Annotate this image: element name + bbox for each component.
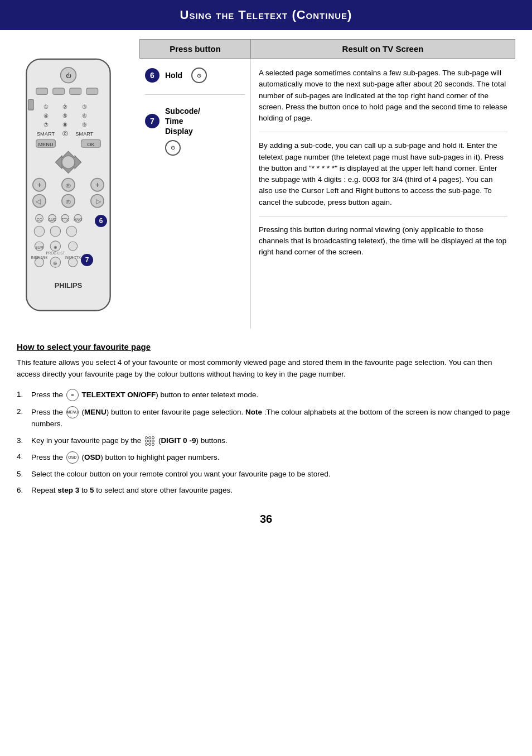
step-4-num: 4. <box>17 451 27 463</box>
result-screen-header: Result on TV Screen <box>251 39 515 59</box>
step-2-content: Press the MENU (MENU) button to enter fa… <box>31 406 515 430</box>
svg-text:CC: CC <box>36 218 42 221</box>
remote-control-area: ⏻ ① ② ③ ④ ⑤ ⑥ ⑦ ⑧ ⑨ <box>17 39 139 329</box>
result-7b-text: Pressing this button during normal viewi… <box>259 224 507 258</box>
digit-grid-icon <box>145 436 154 446</box>
step-4: 4. Press the OSD (OSD) button to highlig… <box>17 451 515 464</box>
step-4-bold: OSD <box>84 453 100 461</box>
svg-text:AUD: AUD <box>48 218 56 221</box>
svg-rect-4 <box>53 88 65 95</box>
svg-text:OK: OK <box>87 142 95 147</box>
page-header: Using the Teletext (Continue) <box>0 0 532 30</box>
press-item-7: 7 Subcode/TimeDisplay ⊙ <box>145 106 245 167</box>
steps-list: 1. Press the ≡ TELEXTEXT ON/OFF) button … <box>17 389 515 496</box>
svg-point-50 <box>50 226 61 237</box>
svg-text:SMART: SMART <box>75 131 94 137</box>
remote-badge-7: 7 <box>81 254 93 266</box>
step-2-num: 2. <box>17 406 27 417</box>
svg-text:②: ② <box>62 104 67 110</box>
step-6-how-num: 6. <box>17 485 27 496</box>
svg-text:+: + <box>37 180 41 189</box>
svg-text:®: ® <box>66 182 71 189</box>
svg-point-51 <box>66 226 77 237</box>
press-result-area: Press button Result on TV Screen 6 Hold … <box>139 39 515 329</box>
press-column: 6 Hold ⊙ 7 Subcode/TimeDisplay ⊙ <box>139 59 251 329</box>
svg-text:TTX: TTX <box>61 218 69 221</box>
svg-rect-7 <box>28 100 33 110</box>
how-to-intro: This feature allows you select 4 of your… <box>17 357 515 381</box>
step-3-bold: DIGIT 0 -9 <box>161 436 196 445</box>
step-2-note-label: Note <box>245 408 262 416</box>
result-item-6: A selected page sometimes contains a few… <box>259 68 507 132</box>
svg-rect-3 <box>36 88 48 95</box>
hold-button-icon: ⊙ <box>191 68 207 83</box>
svg-point-28 <box>62 156 75 168</box>
svg-text:®: ® <box>66 199 71 205</box>
step-1: 1. Press the ≡ TELEXTEXT ON/OFF) button … <box>17 389 515 401</box>
svg-text:③: ③ <box>82 104 87 110</box>
svg-text:INER 2/98: INER 2/98 <box>31 256 48 259</box>
step-6-bold2: 5 <box>90 486 94 494</box>
svg-text:PHILIPS: PHILIPS <box>55 281 82 290</box>
svg-text:+: + <box>95 180 99 189</box>
step-7-circle: 7 <box>145 114 159 128</box>
how-to-title: How to select your favourite page <box>17 342 515 351</box>
svg-text:SMART: SMART <box>37 131 55 137</box>
svg-text:⓪: ⓪ <box>62 131 68 137</box>
step-1-num: 1. <box>17 389 27 400</box>
svg-text:SUR: SUR <box>35 245 43 249</box>
step-3: 3. Key in your favourite page by the (DI… <box>17 435 515 446</box>
svg-text:⑨: ⑨ <box>82 122 87 128</box>
osd-icon: OSD <box>66 451 79 464</box>
column-headers: Press button Result on TV Screen <box>139 39 515 59</box>
step-2-bold: MENU <box>84 408 107 416</box>
content-rows: 6 Hold ⊙ 7 Subcode/TimeDisplay ⊙ <box>139 59 515 329</box>
svg-point-57 <box>69 242 78 251</box>
how-to-section: How to select your favourite page This f… <box>0 342 532 497</box>
press-button-header: Press button <box>139 39 251 59</box>
result-6-text: A selected page sometimes contains a few… <box>259 68 507 124</box>
svg-text:⊕: ⊕ <box>53 261 57 266</box>
step-5: 5. Select the colour button on your remo… <box>17 469 515 480</box>
svg-text:⑤: ⑤ <box>62 113 67 119</box>
svg-text:①: ① <box>43 104 49 110</box>
svg-text:ANG: ANG <box>74 218 82 221</box>
svg-text:◁: ◁ <box>36 198 41 205</box>
result-item-7b: Pressing this button during normal viewi… <box>259 224 507 266</box>
result-7a-text: By adding a sub-code, you can call up a … <box>259 140 507 208</box>
step-1-bold: TELEXTEXT ON/OFF <box>82 391 156 399</box>
svg-text:⏻: ⏻ <box>66 73 71 79</box>
result-item-7a: By adding a sub-code, you can call up a … <box>259 140 507 216</box>
step-5-content: Select the colour button on your remote … <box>31 469 515 480</box>
remote-badge-6: 6 <box>95 215 107 227</box>
header-title: Using the Teletext (Continue) <box>180 8 352 22</box>
step-4-content: Press the OSD (OSD) button to highlight … <box>31 451 515 464</box>
svg-point-49 <box>34 226 45 237</box>
remote-control-svg: ⏻ ① ② ③ ④ ⑤ ⑥ ⑦ ⑧ ⑨ <box>17 56 120 327</box>
step-6-how-content: Repeat step 3 to 5 to select and store o… <box>31 485 515 496</box>
subcode-button-icon: ⊙ <box>165 140 181 156</box>
step-3-num: 3. <box>17 435 27 446</box>
teletext-on-off-icon: ≡ <box>66 389 79 401</box>
svg-text:⑥: ⑥ <box>82 113 87 119</box>
svg-rect-6 <box>86 88 98 95</box>
svg-text:▷: ▷ <box>96 198 101 205</box>
step-1-content: Press the ≡ TELEXTEXT ON/OFF) button to … <box>31 389 515 401</box>
step-5-num: 5. <box>17 469 27 480</box>
svg-rect-5 <box>70 88 81 95</box>
svg-text:INER TTX: INER TTX <box>65 256 81 259</box>
menu-icon: MENU <box>66 406 79 418</box>
step-6-how: 6. Repeat step 3 to 5 to select and stor… <box>17 485 515 496</box>
page-number: 36 <box>0 513 532 537</box>
svg-text:⑧: ⑧ <box>62 122 67 128</box>
step-7-label: Subcode/TimeDisplay <box>165 106 200 137</box>
press-item-6: 6 Hold ⊙ <box>145 68 245 95</box>
step-2: 2. Press the MENU (MENU) button to enter… <box>17 406 515 430</box>
svg-text:MENU: MENU <box>38 142 53 147</box>
svg-text:PROG LIST: PROG LIST <box>46 251 65 255</box>
step-3-content: Key in your favourite page by the (DIGIT… <box>31 435 515 446</box>
svg-text:⊕: ⊕ <box>54 245 57 250</box>
step-6-circle: 6 <box>145 68 159 83</box>
step-6-bold1: step 3 <box>57 486 79 494</box>
svg-text:④: ④ <box>43 113 49 119</box>
